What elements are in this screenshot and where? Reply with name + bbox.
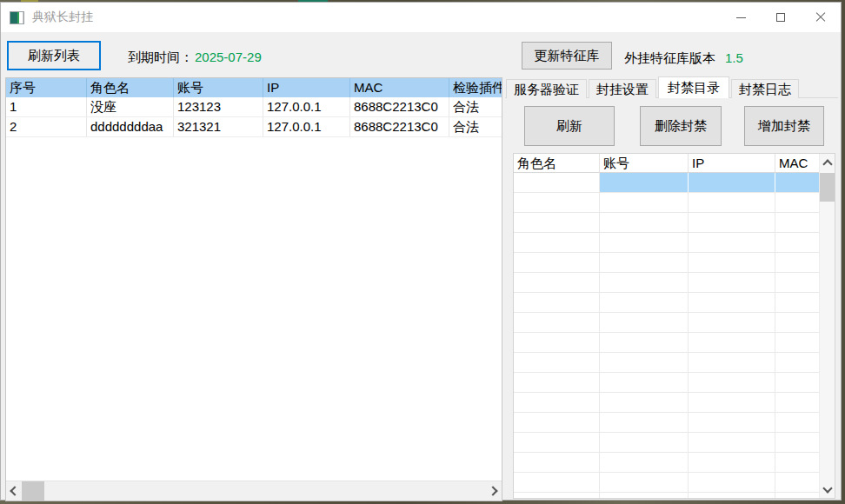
- refresh-list-button[interactable]: 刷新列表: [7, 41, 101, 70]
- table-cell: 合法: [449, 117, 502, 136]
- left-column-header[interactable]: 检验插件: [449, 78, 502, 97]
- ban-column-header[interactable]: MAC: [775, 154, 820, 173]
- update-signatures-button[interactable]: 更新特征库: [522, 42, 612, 70]
- left-column-header[interactable]: 角色名: [87, 78, 174, 97]
- ban-table-empty-row[interactable]: [514, 213, 820, 233]
- table-cell: 127.0.0.1: [263, 117, 350, 136]
- ban-table-cell: [689, 273, 775, 292]
- ban-table-empty-row[interactable]: [514, 313, 820, 333]
- chevron-down-icon: [822, 483, 832, 493]
- ban-table-selected-row[interactable]: [514, 173, 820, 193]
- left-column-header[interactable]: 账号: [174, 78, 263, 97]
- ban-table-empty-row[interactable]: [514, 373, 820, 393]
- ban-table-cell: [514, 393, 600, 412]
- ban-table-cell: [514, 313, 600, 332]
- left-column-header[interactable]: IP: [263, 78, 350, 97]
- horizontal-scrollbar[interactable]: [6, 481, 502, 501]
- ban-table-cell: [514, 413, 600, 432]
- ban-table-empty-row[interactable]: [514, 393, 820, 413]
- ban-table-cell: [775, 393, 820, 412]
- table-cell: 合法: [449, 97, 502, 116]
- ban-table-cell: [775, 273, 820, 292]
- ban-table-empty-row[interactable]: [514, 273, 820, 293]
- title-bar: 典狱长封挂: [1, 3, 841, 32]
- tab-ban-log[interactable]: 封禁日志: [731, 79, 799, 98]
- ban-table-empty-row[interactable]: [514, 453, 820, 473]
- chevron-right-icon: [488, 486, 497, 495]
- ban-table-empty-row[interactable]: [514, 413, 820, 433]
- scroll-up-button[interactable]: [820, 154, 835, 171]
- ban-table-cell: [600, 493, 689, 498]
- ban-table-cell: [514, 293, 600, 312]
- ban-table-empty-row[interactable]: [514, 353, 820, 373]
- scroll-left-button[interactable]: [6, 481, 22, 501]
- table-row[interactable]: 2ddddddddaa321321127.0.0.18688C2213C0合法: [6, 117, 502, 137]
- ban-table-empty-row[interactable]: [514, 193, 820, 213]
- ban-table-cell: [775, 313, 820, 332]
- ban-table-cell: [600, 433, 689, 452]
- ban-table-empty-row[interactable]: [514, 293, 820, 313]
- close-icon: [815, 12, 826, 23]
- ban-column-header[interactable]: 角色名: [514, 154, 600, 173]
- ban-table-cell: [600, 473, 689, 492]
- ban-table-cell: [689, 193, 775, 212]
- left-table-header: 序号角色名账号IPMAC检验插件: [6, 78, 502, 97]
- ban-table-empty-row[interactable]: [514, 333, 820, 353]
- ban-table-cell: [514, 493, 600, 498]
- ban-table-cell: [689, 293, 775, 312]
- ban-table-cell: [514, 233, 600, 252]
- ban-table-cell: [600, 293, 689, 312]
- ban-table: 角色名账号IPMAC: [513, 153, 835, 499]
- ban-table-cell: [689, 393, 775, 412]
- delete-ban-button[interactable]: 删除封禁: [640, 106, 722, 146]
- table-row[interactable]: 1没座123123127.0.0.18688C2213C0合法: [6, 97, 502, 117]
- vertical-scrollbar[interactable]: [819, 154, 835, 498]
- scroll-right-button[interactable]: [486, 481, 502, 501]
- ban-table-cell: [775, 373, 820, 392]
- refresh-button[interactable]: 刷新: [524, 106, 615, 146]
- expiry-date: 2025-07-29: [195, 50, 262, 64]
- tab-plugin-settings[interactable]: 封挂设置: [589, 79, 656, 98]
- left-column-header[interactable]: MAC: [350, 78, 449, 97]
- ban-table-empty-row[interactable]: [514, 233, 820, 253]
- ban-table-cell: [514, 193, 600, 212]
- ban-table-empty-row[interactable]: [514, 433, 820, 453]
- ban-table-cell: [514, 433, 600, 452]
- ban-table-header: 角色名账号IPMAC: [514, 154, 820, 173]
- minimize-button[interactable]: [721, 3, 761, 32]
- left-column-header[interactable]: 序号: [6, 78, 87, 97]
- chevron-left-icon: [10, 486, 19, 495]
- ban-table-cell: [600, 313, 689, 332]
- ban-table-cell: [689, 333, 775, 352]
- table-cell: 127.0.0.1: [263, 97, 350, 116]
- ban-table-empty-row[interactable]: [514, 473, 820, 493]
- chevron-up-icon: [822, 159, 832, 169]
- tab-bar: 服务器验证封挂设置封禁目录封禁日志: [506, 76, 801, 98]
- ban-table-empty-row[interactable]: [514, 253, 820, 273]
- ban-table-empty-row[interactable]: [514, 493, 820, 498]
- ban-column-header[interactable]: 账号: [600, 154, 689, 173]
- ban-table-body: [514, 173, 820, 498]
- tab-ban-catalog[interactable]: 封禁目录: [658, 76, 729, 98]
- ban-table-cell: [600, 373, 689, 392]
- ban-table-cell: [775, 413, 820, 432]
- app-window: 典狱长封挂 刷新列表 到期时间：2025-07-29 更新特征库 外挂特征库版本…: [0, 2, 842, 501]
- add-ban-button[interactable]: 增加封禁: [744, 106, 824, 146]
- ban-table-cell: [775, 293, 820, 312]
- ban-table-cell: [689, 313, 775, 332]
- maximize-button[interactable]: [761, 3, 801, 32]
- ban-table-cell: [775, 213, 820, 232]
- ban-table-cell: [600, 413, 689, 432]
- ban-table-cell: [689, 473, 775, 492]
- scroll-down-button[interactable]: [820, 481, 835, 498]
- ban-table-cell: [689, 213, 775, 232]
- horizontal-scrollbar-thumb[interactable]: [22, 481, 44, 501]
- vertical-scrollbar-thumb[interactable]: [820, 173, 835, 202]
- ban-table-cell: [689, 353, 775, 372]
- ban-table-cell: [775, 173, 820, 192]
- tab-server-verify[interactable]: 服务器验证: [506, 79, 587, 98]
- ban-table-cell: [689, 413, 775, 432]
- ban-column-header[interactable]: IP: [689, 154, 775, 173]
- ban-table-cell: [600, 353, 689, 372]
- close-button[interactable]: [801, 3, 841, 32]
